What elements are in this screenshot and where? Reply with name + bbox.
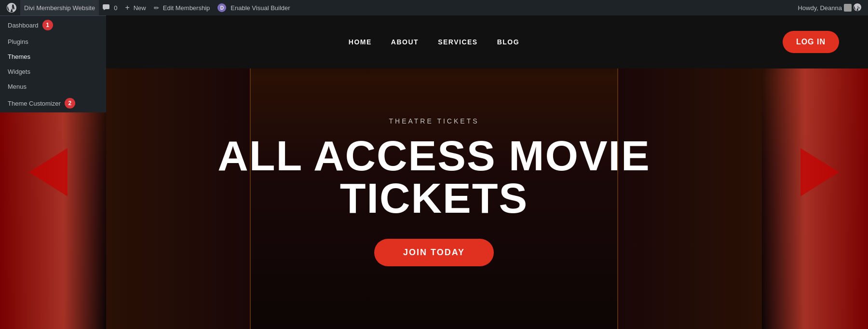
- hero-content: THEATRE TICKETS ALL ACCESS MOVIETICKETS …: [217, 117, 650, 266]
- nav-services[interactable]: SERVICES: [438, 38, 478, 46]
- howdy-text: Howdy, Deanna: [798, 4, 842, 12]
- svg-marker-1: [104, 9, 106, 10]
- comments-button[interactable]: 0: [99, 0, 121, 15]
- comment-count: 0: [114, 4, 117, 12]
- dropdown-dashboard[interactable]: Dashboard 1: [0, 16, 106, 34]
- pencil-icon: ✏: [154, 4, 159, 12]
- wordpress-icon-right: [854, 3, 861, 13]
- dashboard-label: Dashboard: [8, 22, 39, 29]
- login-button[interactable]: LOG IN: [783, 31, 839, 53]
- divi-visual-builder-button[interactable]: D Enable Visual Builder: [214, 0, 294, 15]
- edit-membership-button[interactable]: ✏ Edit Membership: [150, 0, 214, 15]
- site-nav: HOME ABOUT SERVICES BLOG: [349, 38, 519, 46]
- nav-home[interactable]: HOME: [349, 38, 372, 46]
- dropdown-plugins[interactable]: Plugins: [0, 34, 106, 49]
- dropdown-theme-customizer[interactable]: Theme Customizer 2: [0, 94, 106, 112]
- howdy-section: Howdy, Deanna: [798, 3, 865, 13]
- comment-bubble-icon: [103, 4, 109, 10]
- join-today-button[interactable]: JOIN TODAY: [374, 239, 494, 266]
- dropdown-themes[interactable]: Themes: [0, 49, 106, 64]
- widgets-label: Widgets: [8, 68, 30, 75]
- nav-blog[interactable]: BLOG: [497, 38, 519, 46]
- new-label: New: [134, 4, 146, 12]
- wp-logo-button[interactable]: [3, 0, 20, 15]
- comment-icon: [103, 4, 109, 12]
- menus-label: Menus: [8, 83, 27, 90]
- site-name-label: Divi Membership Website: [24, 4, 95, 12]
- plus-icon: +: [125, 3, 129, 12]
- admin-bar: Divi Membership Website 0 + New ✏ Edit M…: [0, 0, 868, 15]
- site-header: HOME ABOUT SERVICES BLOG LOG IN: [0, 15, 868, 69]
- edit-membership-label: Edit Membership: [163, 4, 210, 12]
- divi-label: Enable Visual Builder: [231, 4, 290, 12]
- nav-about[interactable]: ABOUT: [391, 38, 419, 46]
- plugins-label: Plugins: [8, 38, 28, 45]
- divi-dot-icon: D: [217, 3, 226, 12]
- dropdown-menus[interactable]: Menus: [0, 79, 106, 94]
- site-wrapper: HOME ABOUT SERVICES BLOG LOG IN THEATRE …: [0, 15, 868, 329]
- themes-label: Themes: [8, 53, 30, 60]
- triangle-left: [29, 148, 68, 196]
- wordpress-icon: [7, 3, 16, 13]
- hero-section: HOME ABOUT SERVICES BLOG LOG IN THEATRE …: [0, 15, 868, 329]
- user-avatar[interactable]: [844, 4, 852, 12]
- dropdown-widgets[interactable]: Widgets: [0, 64, 106, 79]
- site-name-button[interactable]: Divi Membership Website: [20, 0, 99, 15]
- svg-rect-0: [103, 4, 109, 9]
- new-button[interactable]: + New: [121, 0, 149, 15]
- theme-customizer-label: Theme Customizer: [8, 100, 61, 107]
- theme-customizer-badge: 2: [65, 98, 75, 109]
- triangle-right: [800, 148, 839, 196]
- hero-subtitle: THEATRE TICKETS: [217, 117, 650, 125]
- dashboard-badge: 1: [42, 20, 53, 30]
- dropdown-menu: Dashboard 1 Plugins Themes Widgets Menus…: [0, 15, 106, 112]
- hero-title: ALL ACCESS MOVIETICKETS: [217, 135, 650, 219]
